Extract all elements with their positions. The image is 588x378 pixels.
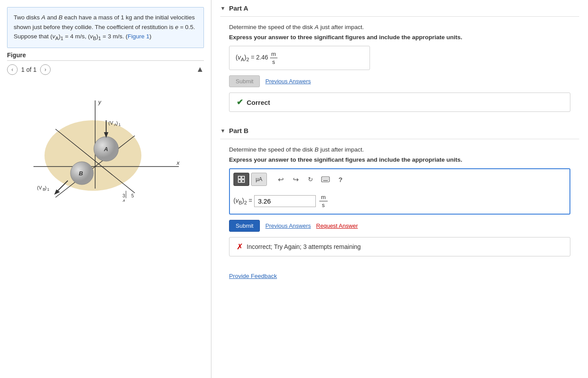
- part-b-incorrect-box: ✗ Incorrect; Try Again; 3 attempts remai…: [229, 237, 570, 256]
- toolbar-help-btn[interactable]: ?: [334, 173, 347, 186]
- toolbar-grid-btn[interactable]: [233, 173, 249, 186]
- figure-prev-btn[interactable]: ‹: [7, 64, 18, 75]
- part-b-instruction: Express your answer to three significant…: [229, 156, 570, 163]
- part-a-fraction: m s: [270, 51, 277, 65]
- part-b-header[interactable]: ▼ Part B: [220, 122, 579, 139]
- toolbar-keyboard-btn[interactable]: [319, 173, 332, 186]
- part-a-submit-btn[interactable]: Submit: [229, 75, 260, 87]
- svg-marker-18: [54, 189, 60, 195]
- part-b-submit-btn[interactable]: Submit: [229, 220, 260, 232]
- part-b-question: Determine the speed of the disk B just a…: [229, 146, 570, 153]
- correct-check-icon: ✔: [237, 97, 243, 107]
- svg-text:1: 1: [47, 187, 49, 192]
- svg-text:4: 4: [122, 199, 125, 202]
- svg-text:5: 5: [131, 193, 134, 198]
- part-b-unit-fraction: m s: [319, 194, 328, 208]
- toolbar-undo-btn[interactable]: ↩: [274, 173, 287, 186]
- part-a-content: Determine the speed of the disk A just a…: [220, 17, 579, 119]
- part-b-unit-denominator: s: [320, 201, 327, 208]
- incorrect-label: Incorrect; Try Again; 3 attempts remaini…: [247, 243, 361, 250]
- figure-link[interactable]: Figure 1: [128, 33, 150, 40]
- toolbar-refresh-btn[interactable]: ↻: [304, 173, 317, 186]
- part-a-prev-answers-link[interactable]: Previous Answers: [265, 78, 311, 85]
- right-panel: ▼ Part A Determine the speed of the disk…: [211, 0, 588, 378]
- part-b-content: Determine the speed of the disk B just a…: [220, 139, 579, 263]
- svg-rect-30: [242, 180, 244, 182]
- part-b-request-answer-link[interactable]: Request Answer: [316, 222, 358, 229]
- part-a-instruction: Express your answer to three significant…: [229, 34, 570, 41]
- svg-text:1: 1: [118, 122, 121, 127]
- svg-rect-29: [238, 180, 241, 182]
- diagram-svg: x y A: [7, 78, 183, 202]
- left-panel: Two disks A and B each have a mass of 1 …: [0, 0, 211, 378]
- toolbar-mu-btn[interactable]: μΑ: [251, 173, 267, 186]
- figure-next-btn[interactable]: ›: [40, 64, 51, 75]
- svg-text:): ): [116, 120, 118, 126]
- provide-feedback-link[interactable]: Provide Feedback: [229, 273, 277, 279]
- figure-page-label: 1 of 1: [21, 66, 37, 73]
- part-a-answer-prefix: (vA)2 = 2.46: [236, 54, 270, 61]
- part-b-answer-row: (vB)2 = m s: [233, 192, 566, 210]
- svg-text:x: x: [176, 159, 180, 166]
- svg-text:): ): [45, 185, 47, 190]
- correct-label: Correct: [247, 99, 270, 106]
- figure-expand-btn[interactable]: ▲: [196, 65, 204, 74]
- svg-text:B: B: [79, 170, 83, 177]
- part-a-submit-row: Submit Previous Answers: [229, 75, 570, 87]
- part-a-answer-box: (vA)2 = 2.46 m s: [229, 46, 370, 70]
- part-b-prev-answers-link[interactable]: Previous Answers: [265, 222, 311, 229]
- provide-feedback-section: Provide Feedback: [220, 272, 579, 284]
- part-b-label: Part B: [229, 127, 248, 134]
- part-b-chevron: ▼: [220, 128, 226, 134]
- svg-text:A: A: [104, 146, 108, 152]
- svg-rect-27: [238, 176, 241, 179]
- figure-label: Figure: [7, 48, 204, 59]
- part-b-answer-prefix: (vB)2 =: [233, 197, 252, 205]
- part-a-label: Part A: [229, 4, 248, 12]
- toolbar-redo-btn[interactable]: ↪: [289, 173, 302, 186]
- part-a-chevron: ▼: [220, 5, 226, 11]
- part-b-input-container: μΑ ↩ ↪ ↻: [229, 168, 570, 215]
- part-b-answer-input[interactable]: [254, 195, 316, 207]
- svg-text:3: 3: [122, 193, 125, 198]
- svg-text:y: y: [98, 99, 102, 105]
- math-toolbar: μΑ ↩ ↪ ↻: [233, 173, 566, 189]
- svg-text:(V: (V: [108, 120, 114, 126]
- part-a-question: Determine the speed of the disk A just a…: [229, 24, 570, 30]
- svg-rect-28: [242, 176, 244, 179]
- figure-diagram: x y A: [7, 78, 204, 371]
- svg-point-0: [44, 120, 141, 191]
- figure-nav: ‹ 1 of 1 › ▲: [7, 60, 204, 75]
- problem-statement: Two disks A and B each have a mass of 1 …: [7, 7, 204, 48]
- figure-nav-controls: ‹ 1 of 1 ›: [7, 64, 51, 75]
- part-b-submit-row: Submit Previous Answers Request Answer: [229, 220, 570, 232]
- part-b-unit-numerator: m: [319, 194, 328, 201]
- incorrect-x-icon: ✗: [237, 242, 243, 252]
- svg-text:(V: (V: [37, 185, 42, 190]
- part-a-correct-box: ✔ Correct: [229, 93, 570, 112]
- part-a-header[interactable]: ▼ Part A: [220, 0, 579, 17]
